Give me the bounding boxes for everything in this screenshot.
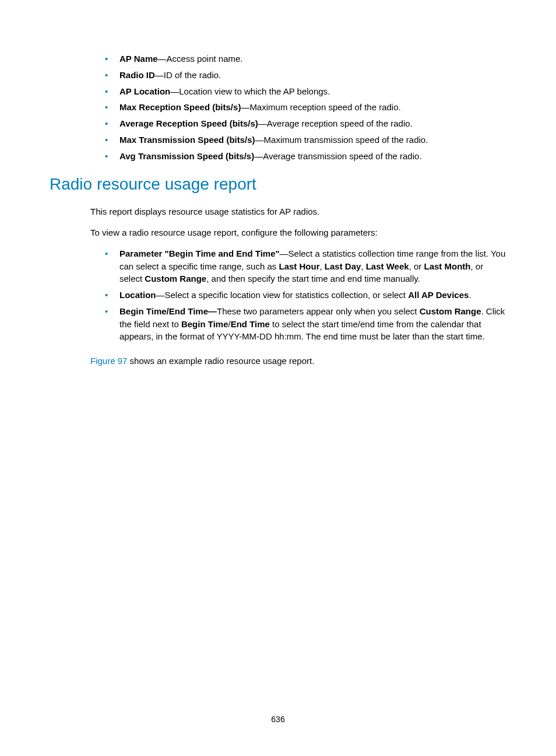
text: , — [319, 261, 324, 271]
list-item: Location—Select a specific location view… — [105, 289, 506, 302]
document-page: AP Name—Access point name. Radio ID—ID o… — [0, 0, 556, 756]
term: Avg Transmission Speed (bits/s) — [119, 151, 254, 161]
figure-link[interactable]: Figure 97 — [90, 356, 127, 366]
list-item: Avg Transmission Speed (bits/s)—Average … — [105, 150, 506, 163]
section-heading: Radio resource usage report — [50, 175, 506, 194]
page-content: AP Name—Access point name. Radio ID—ID o… — [50, 52, 506, 368]
text: , or — [409, 261, 424, 271]
section-paragraph: This report displays resource usage stat… — [50, 205, 506, 218]
desc: —Access point name. — [158, 54, 243, 64]
list-item: Max Transmission Speed (bits/s)—Maximum … — [105, 134, 506, 146]
desc: —Maximum reception speed of the radio. — [241, 102, 400, 112]
desc: —Maximum transmission speed of the radio… — [255, 135, 428, 145]
term: Average Reception Speed (bits/s) — [119, 118, 258, 128]
term: Parameter "Begin Time and End Time" — [119, 249, 280, 258]
term: Last Month — [424, 261, 470, 271]
term: AP Name — [119, 54, 158, 64]
term: End Time — [231, 319, 270, 329]
text: . — [469, 290, 471, 300]
term: Custom Range — [145, 274, 206, 284]
list-item: Radio ID—ID of the radio. — [105, 69, 506, 82]
text: , and then specify the start time and en… — [206, 274, 420, 284]
term: Begin Time/End Time— — [119, 306, 217, 316]
desc: —ID of the radio. — [155, 70, 221, 80]
list-item: Max Reception Speed (bits/s)—Maximum rec… — [105, 101, 506, 114]
page-number: 636 — [0, 715, 556, 724]
term: Location — [119, 290, 156, 300]
term: Last Week — [366, 261, 409, 271]
list-item: Begin Time/End Time—These two parameters… — [105, 305, 506, 343]
section-paragraph: To view a radio resource usage report, c… — [50, 226, 506, 239]
desc: —Average reception speed of the radio. — [258, 118, 413, 128]
text: , — [361, 261, 365, 271]
text: shows an example radio resource usage re… — [127, 356, 314, 366]
term: All AP Devices — [408, 290, 469, 300]
term: Custom Range — [420, 306, 481, 316]
term: Max Reception Speed (bits/s) — [119, 102, 241, 112]
term: Last Hour — [279, 261, 319, 271]
term: Max Transmission Speed (bits/s) — [119, 135, 255, 145]
text: These two parameters appear only when yo… — [217, 306, 420, 316]
term: AP Location — [119, 86, 170, 96]
closing-paragraph: Figure 97 shows an example radio resourc… — [50, 355, 506, 368]
desc: —Average transmission speed of the radio… — [254, 151, 421, 161]
term: Radio ID — [119, 70, 155, 80]
list-item: Parameter "Begin Time and End Time"—Sele… — [105, 247, 506, 285]
list-item: AP Location—Location view to which the A… — [105, 85, 506, 98]
list-item: AP Name—Access point name. — [105, 52, 506, 65]
term: Last Day — [325, 261, 361, 271]
parameter-list: Parameter "Begin Time and End Time"—Sele… — [50, 247, 506, 343]
text: —Select a specific location view for sta… — [156, 290, 409, 300]
field-definitions-list: AP Name—Access point name. Radio ID—ID o… — [50, 52, 506, 162]
desc: —Location view to which the AP belongs. — [170, 86, 330, 96]
list-item: Average Reception Speed (bits/s)—Average… — [105, 117, 506, 130]
term: Begin Time — [181, 319, 228, 329]
